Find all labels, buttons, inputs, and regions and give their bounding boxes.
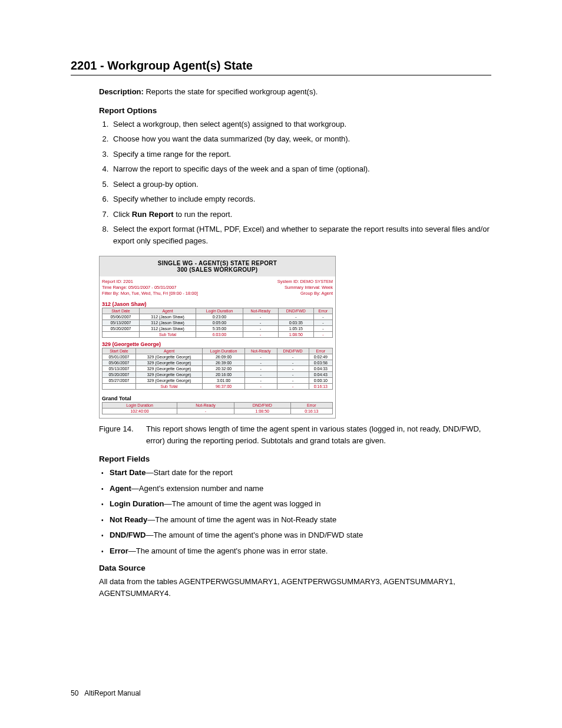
table-cell: - (244, 372, 277, 378)
table-row: 05/13/2007329 (Georgette George)20:32:00… (103, 366, 333, 372)
report-meta-item: Time Range: 05/01/2007 - 05/31/2007 (102, 285, 198, 291)
table-cell: - (313, 320, 332, 326)
table-cell: 312 (Jason Shaw) (139, 320, 196, 326)
table-row: 05/01/2007329 (Georgette George)26:09:00… (103, 354, 333, 360)
description-label: Description: (99, 87, 144, 96)
report-option-item: Specify whether to include empty records… (111, 193, 491, 205)
report-field-item: Error—The amount of time the agent's pho… (110, 545, 491, 557)
report-field-item: Not Ready—The amount of time the agent w… (110, 514, 491, 526)
report-option-item: Select a group-by option. (111, 179, 491, 190)
report-sample: SINGLE WG - AGENT(S) STATE REPORT 300 (S… (99, 256, 336, 419)
table-cell: - (244, 384, 277, 390)
report-meta-item: System ID: DEMO SYSTEM (277, 279, 333, 285)
table-cell: - (244, 354, 277, 360)
table-row: 05/06/2007329 (Georgette George)26:39:00… (103, 360, 333, 366)
report-title-band: SINGLE WG - AGENT(S) STATE REPORT 300 (S… (100, 256, 335, 276)
table-cell: - (277, 384, 309, 390)
table-cell: 26:09:00 (203, 354, 245, 360)
table-header-cell: Start Date (103, 308, 140, 314)
table-header-cell: DND/FWD (278, 308, 313, 314)
table-cell: 20:16:00 (203, 372, 245, 378)
report-field-item: Agent—Agent's extension number and name (110, 483, 491, 495)
table-header-cell: Error (313, 308, 332, 314)
data-source-text: All data from the tables AGENTPERWGSUMMA… (99, 576, 491, 599)
table-header-cell: Login Duration (196, 308, 243, 314)
table-row: 05/13/2007312 (Jason Shaw)0:05:00-0:03:3… (103, 320, 333, 326)
report-figure: SINGLE WG - AGENT(S) STATE REPORT 300 (S… (99, 256, 491, 446)
table-cell: - (278, 314, 313, 320)
table-cell: - (243, 332, 278, 338)
table-cell: - (277, 366, 309, 372)
table-cell: - (244, 378, 277, 384)
table-cell: - (244, 366, 277, 372)
report-field-item: DND/FWD—The amount of time the agent's p… (110, 529, 491, 541)
table-cell: - (277, 354, 309, 360)
report-fields-heading: Report Fields (99, 454, 491, 463)
title-divider (71, 75, 491, 75)
report-fields-list: Start Date—Start date for the reportAgen… (99, 467, 491, 556)
table-cell: 0:05:00 (196, 320, 243, 326)
description: Description: Reports the state for speci… (99, 86, 491, 98)
report-option-item: Specify a time range for the report. (111, 149, 491, 160)
table-header-cell: Not-Ready (243, 308, 278, 314)
report-option-item: Click Run Report to run the report. (111, 209, 491, 220)
report-option-item: Select the export format (HTML, PDF, Exc… (111, 223, 491, 246)
table-cell: Sub Total (139, 332, 196, 338)
table-cell: 329 (Georgette George) (135, 372, 202, 378)
table-cell: - (244, 360, 277, 366)
report-options-list: Select a workgroup, then select agent(s)… (99, 118, 491, 247)
table-cell: 0:16:13 (290, 409, 332, 414)
grand-total-heading: Grand Total (100, 393, 335, 402)
report-field-item: Start Date—Start date for the report (110, 467, 491, 479)
table-cell: 05/06/2007 (103, 314, 140, 320)
table-cell: - (177, 409, 234, 414)
table-header-cell: Agent (135, 348, 202, 354)
table-cell: Sub Total (135, 384, 202, 390)
page-title: 2201 - Workgroup Agent(s) State (71, 59, 491, 73)
figure-caption: Figure 14. This report shows length of t… (99, 423, 491, 446)
report-meta-item: Filter By: Mon, Tue, Wed, Thu, Fri [09:0… (102, 291, 198, 297)
table-cell: - (277, 360, 309, 366)
subtotal-row: Sub Total96:37:00--0:16:13 (103, 384, 333, 390)
page-footer: 50AltiReport Manual (71, 689, 141, 697)
table-cell: 312 (Jason Shaw) (139, 314, 196, 320)
figure-text: This report shows length of time the age… (146, 423, 491, 446)
report-field-item: Login Duration—The amount of time the ag… (110, 498, 491, 510)
table-header-cell: Login Duration (203, 348, 245, 354)
report-meta-item: Report ID: 2201 (102, 279, 198, 285)
table-cell: 05/20/2007 (103, 372, 136, 378)
table-cell: 0:02:49 (309, 354, 332, 360)
report-meta: Report ID: 2201Time Range: 05/01/2007 - … (100, 276, 335, 301)
report-section-heading: 312 (Jason Shaw) (100, 301, 335, 308)
table-cell: 312 (Jason Shaw) (139, 326, 196, 332)
report-table: Start DateAgentLogin DurationNot-ReadyDN… (102, 348, 333, 390)
report-option-item: Select a workgroup, then select agent(s)… (111, 118, 491, 130)
table-cell: 1:08:50 (278, 332, 313, 338)
report-title-line2: 300 (SALES WORKGROUP) (102, 266, 333, 273)
grand-total-table: Login DurationNot-ReadyDND/FWDError 102:… (102, 402, 333, 414)
table-row: 05/27/2007329 (Georgette George)3:01:00-… (103, 378, 333, 384)
table-cell: - (313, 326, 332, 332)
figure-label: Figure 14. (99, 423, 146, 446)
table-cell: 96:37:00 (203, 384, 245, 390)
table-header-cell: Not-Ready (177, 403, 234, 409)
table-cell: - (277, 372, 309, 378)
table-cell: - (243, 314, 278, 320)
table-cell: 0:04:43 (309, 372, 332, 378)
table-cell: 05/27/2007 (103, 378, 136, 384)
table-cell (103, 384, 136, 390)
report-title-line1: SINGLE WG - AGENT(S) STATE REPORT (102, 260, 333, 266)
table-cell: 1:05:15 (278, 326, 313, 332)
page-number: 50 (71, 689, 78, 697)
table-cell: - (313, 332, 332, 338)
table-cell: 5:35:00 (196, 326, 243, 332)
table-cell: 0:00:10 (309, 378, 332, 384)
table-cell: 102:40:00 (103, 409, 177, 414)
table-cell: 329 (Georgette George) (135, 366, 202, 372)
subtotal-row: Sub Total6:03:00-1:08:50- (103, 332, 333, 338)
report-options-heading: Report Options (99, 106, 491, 115)
table-cell: 3:01:00 (203, 378, 245, 384)
table-cell: 0:03:58 (309, 360, 332, 366)
description-text: Reports the state for specified workgrou… (144, 87, 318, 96)
table-header-cell: Login Duration (103, 403, 177, 409)
